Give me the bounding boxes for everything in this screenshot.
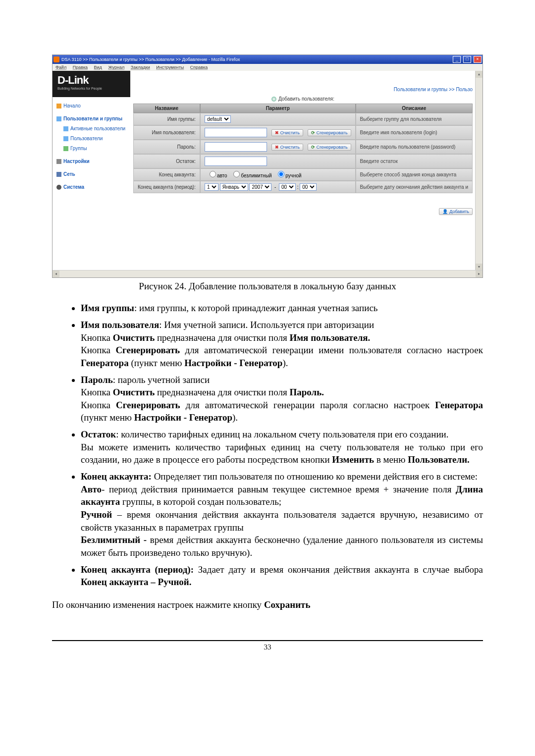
- desc-balance: Введите остаток: [356, 154, 473, 168]
- generate-icon: ⟳: [311, 145, 315, 150]
- nav-network[interactable]: Сеть: [56, 169, 126, 179]
- desc-account-end-period: Выберите дату окончания действия аккаунт…: [356, 181, 473, 193]
- brand-header: D-Link Building Networks for People: [53, 71, 130, 97]
- nav-active-users[interactable]: Активные пользователи: [63, 124, 126, 134]
- main-pane: Пользователи и группы >> Пользо Добавить…: [130, 71, 482, 277]
- home-icon: [56, 104, 61, 108]
- label-group: Имя группы:: [133, 113, 200, 125]
- label-password: Пароль:: [133, 140, 200, 154]
- desc-account-end: Выберете способ задания конца аккаунта: [356, 168, 473, 181]
- label-account-end-period: Конец аккаунта (период):: [133, 181, 200, 193]
- col-name: Название: [133, 104, 200, 113]
- groups-icon: [63, 146, 68, 151]
- minimize-button[interactable]: _: [453, 56, 461, 63]
- network-icon: [56, 172, 61, 177]
- nav-home[interactable]: Начало: [56, 101, 126, 111]
- label-balance: Остаток:: [133, 154, 200, 168]
- list-item: Имя пользователя: Имя учетной записи. Ис…: [81, 319, 483, 370]
- desc-group: Выберите группу для пользователя: [356, 113, 473, 125]
- sidebar: D-Link Building Networks for People Нача…: [53, 71, 130, 277]
- end-month-select[interactable]: Январь: [220, 183, 248, 191]
- section-subtitle: Добавить пользователя:: [133, 96, 473, 102]
- active-users-icon: [63, 126, 68, 131]
- nav-settings[interactable]: Настройки: [56, 157, 126, 166]
- page-number: 33: [264, 643, 271, 651]
- generate-username-button[interactable]: ⟳Сгенерировать: [308, 129, 351, 136]
- firefox-icon: [54, 56, 59, 62]
- nav-users[interactable]: Пользователи: [63, 134, 126, 144]
- clear-username-button[interactable]: ✖Очистить: [271, 129, 303, 136]
- label-account-end: Конец аккаунта:: [133, 168, 200, 181]
- browser-menubar: Файл Правка Вид Журнал Закладки Инструме…: [53, 64, 482, 71]
- add-user-icon: 👤: [442, 209, 448, 214]
- list-item: Имя группы: имя группы, к которой принад…: [81, 302, 483, 315]
- figure-caption: Рисунок 24. Добавление пользователя в ло…: [52, 281, 483, 292]
- end-year-select[interactable]: 2007: [249, 183, 271, 191]
- end-hour-select[interactable]: 00: [279, 183, 296, 191]
- end-unlimited-radio[interactable]: [233, 171, 240, 177]
- clear-icon: ✖: [275, 145, 279, 150]
- closing-paragraph: По окончанию изменения настроек нажмите …: [52, 599, 483, 610]
- end-auto-radio[interactable]: [210, 171, 216, 177]
- description-list: Имя группы: имя группы, к которой принад…: [52, 302, 483, 588]
- add-button[interactable]: 👤Добавить: [439, 208, 473, 215]
- list-item: Конец аккаунта: Определяет тип пользоват…: [81, 470, 483, 559]
- system-icon: [56, 185, 61, 190]
- menu-journal[interactable]: Журнал: [108, 65, 124, 70]
- desc-username: Введите имя пользователя (login): [356, 125, 473, 140]
- list-item: Остаток: количество тарифных единиц на л…: [81, 428, 483, 466]
- menu-bookmarks[interactable]: Закладки: [131, 65, 150, 70]
- brand-tagline: Building Networks for People: [57, 87, 125, 90]
- page-footer: 33: [52, 640, 483, 651]
- add-user-icon: [271, 97, 276, 102]
- clear-icon: ✖: [275, 130, 279, 135]
- balance-input[interactable]: [205, 157, 267, 166]
- menu-edit[interactable]: Правка: [73, 65, 88, 70]
- window-titlebar: DSA 3110 >> Пользователи и группы >> Пол…: [53, 55, 482, 64]
- menu-help[interactable]: Справка: [190, 65, 208, 70]
- generate-icon: ⟳: [311, 130, 315, 135]
- clear-password-button[interactable]: ✖Очистить: [271, 144, 303, 151]
- screenshot-figure: DSA 3110 >> Пользователи и группы >> Пол…: [52, 54, 483, 278]
- nav-groups[interactable]: Группы: [63, 144, 126, 154]
- close-button[interactable]: ×: [474, 56, 482, 63]
- group-select[interactable]: default: [205, 115, 231, 123]
- vertical-scrollbar[interactable]: ▴▾: [475, 71, 482, 270]
- users-icon: [56, 116, 61, 121]
- col-desc: Описание: [356, 104, 473, 113]
- brand-name: D-Link: [57, 74, 125, 87]
- menu-tools[interactable]: Инструменты: [156, 65, 184, 70]
- end-manual-radio[interactable]: [278, 171, 284, 177]
- maximize-button[interactable]: □: [463, 56, 471, 63]
- username-input[interactable]: [205, 128, 267, 137]
- nav-users-groups[interactable]: Пользователи и группы: [56, 114, 126, 124]
- menu-view[interactable]: Вид: [94, 65, 102, 70]
- breadcrumb: Пользователи и группы >> Пользо: [133, 87, 473, 92]
- desc-password: Введите пароль пользователя (password): [356, 140, 473, 154]
- nav-system[interactable]: Система: [56, 182, 126, 192]
- horizontal-scrollbar[interactable]: ◂▸: [53, 270, 482, 277]
- password-input[interactable]: [205, 142, 267, 152]
- label-username: Имя пользователя:: [133, 125, 200, 140]
- list-item: Конец аккаунта (период): Задает дату и в…: [81, 563, 483, 589]
- end-day-select[interactable]: 1: [205, 183, 218, 191]
- form-table: Название Параметр Описание Имя группы: d…: [133, 104, 473, 193]
- end-min-select[interactable]: 00: [300, 183, 317, 191]
- users-sub-icon: [63, 136, 68, 141]
- settings-icon: [56, 159, 61, 164]
- menu-file[interactable]: Файл: [55, 65, 66, 70]
- col-param: Параметр: [200, 104, 356, 113]
- list-item: Пароль: пароль учетной записи Кнопка Очи…: [81, 374, 483, 425]
- window-title: DSA 3110 >> Пользователи и группы >> Пол…: [61, 57, 452, 62]
- generate-password-button[interactable]: ⟳Сгенерировать: [308, 144, 351, 151]
